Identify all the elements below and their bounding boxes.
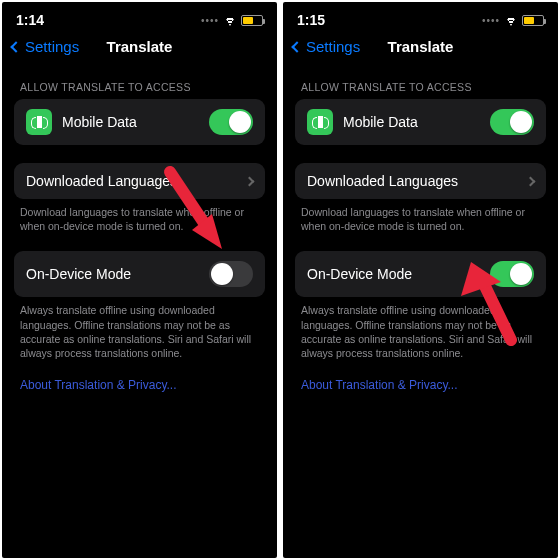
on-device-mode-toggle[interactable]: [490, 261, 534, 287]
chevron-right-icon: [526, 176, 536, 186]
chevron-left-icon: [291, 41, 302, 52]
back-button[interactable]: Settings: [12, 38, 79, 55]
downloaded-note: Download languages to translate when off…: [295, 199, 546, 233]
left-screenshot: 1:14 •••• Settings Translate ALLOW TRANS…: [2, 2, 277, 558]
mobile-data-label: Mobile Data: [62, 114, 199, 130]
status-bar: 1:15 ••••: [283, 2, 558, 32]
antenna-icon: [307, 109, 333, 135]
status-bar: 1:14 ••••: [2, 2, 277, 32]
about-translation-link[interactable]: About Translation & Privacy...: [14, 360, 265, 410]
back-label: Settings: [25, 38, 79, 55]
wifi-icon: [504, 14, 518, 26]
on-device-note: Always translate offline using downloade…: [295, 297, 546, 360]
back-button[interactable]: Settings: [293, 38, 360, 55]
on-device-mode-label: On-Device Mode: [307, 266, 480, 282]
nav-bar: Settings Translate: [2, 32, 277, 67]
chevron-left-icon: [10, 41, 21, 52]
on-device-note: Always translate offline using downloade…: [14, 297, 265, 360]
back-label: Settings: [306, 38, 360, 55]
cellular-dots-icon: ••••: [201, 15, 219, 26]
mobile-data-toggle[interactable]: [209, 109, 253, 135]
downloaded-languages-row[interactable]: Downloaded Languages: [14, 163, 265, 199]
downloaded-languages-label: Downloaded Languages: [307, 173, 517, 189]
status-time: 1:15: [297, 12, 325, 28]
on-device-mode-row[interactable]: On-Device Mode: [295, 251, 546, 297]
battery-icon: [241, 15, 263, 26]
cellular-dots-icon: ••••: [482, 15, 500, 26]
section-header-allow: ALLOW TRANSLATE TO ACCESS: [14, 67, 265, 99]
mobile-data-toggle[interactable]: [490, 109, 534, 135]
mobile-data-row[interactable]: Mobile Data: [295, 99, 546, 145]
nav-bar: Settings Translate: [283, 32, 558, 67]
battery-icon: [522, 15, 544, 26]
antenna-icon: [26, 109, 52, 135]
chevron-right-icon: [245, 176, 255, 186]
section-header-allow: ALLOW TRANSLATE TO ACCESS: [295, 67, 546, 99]
right-screenshot: 1:15 •••• Settings Translate ALLOW TRANS…: [283, 2, 558, 558]
downloaded-languages-label: Downloaded Languages: [26, 173, 236, 189]
wifi-icon: [223, 14, 237, 26]
on-device-mode-row[interactable]: On-Device Mode: [14, 251, 265, 297]
status-right-cluster: ••••: [201, 14, 263, 26]
mobile-data-row[interactable]: Mobile Data: [14, 99, 265, 145]
status-time: 1:14: [16, 12, 44, 28]
mobile-data-label: Mobile Data: [343, 114, 480, 130]
downloaded-languages-row[interactable]: Downloaded Languages: [295, 163, 546, 199]
status-right-cluster: ••••: [482, 14, 544, 26]
on-device-mode-label: On-Device Mode: [26, 266, 199, 282]
on-device-mode-toggle[interactable]: [209, 261, 253, 287]
about-translation-link[interactable]: About Translation & Privacy...: [295, 360, 546, 410]
downloaded-note: Download languages to translate when off…: [14, 199, 265, 233]
